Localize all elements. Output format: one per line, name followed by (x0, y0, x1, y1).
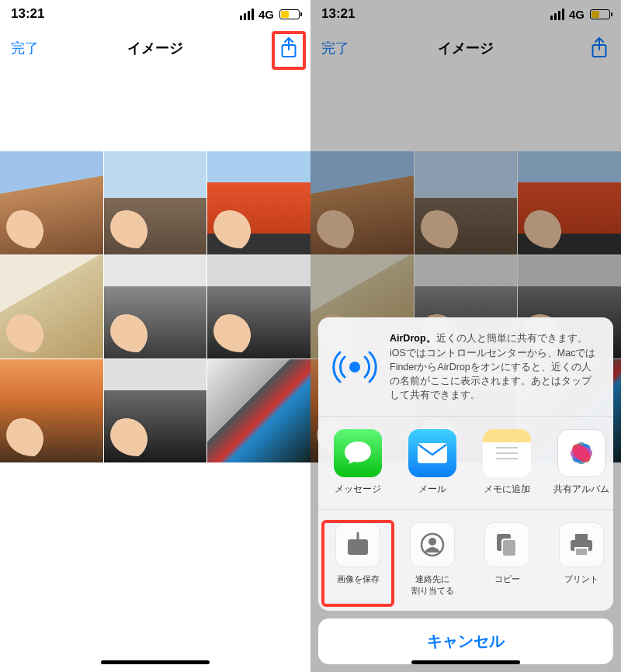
app-label: 共有アルバム (551, 483, 612, 495)
battery-icon (279, 9, 300, 19)
action-print[interactable]: プリント (551, 522, 612, 597)
photo-thumbnail[interactable] (0, 151, 103, 255)
network-label: 4G (258, 8, 274, 21)
notes-icon (483, 429, 531, 477)
share-app-mail[interactable]: メール (402, 429, 463, 495)
home-indicator[interactable] (411, 660, 520, 664)
signal-bars-icon (240, 9, 254, 20)
share-app-notes[interactable]: メモに追加 (477, 429, 537, 495)
status-time: 13:21 (11, 6, 44, 22)
airdrop-icon (331, 343, 379, 391)
messages-icon (334, 429, 382, 477)
airdrop-title: AirDrop。 (390, 333, 436, 344)
copy-icon (484, 522, 529, 567)
done-button[interactable]: 完了 (11, 39, 39, 57)
svg-point-2 (349, 362, 360, 372)
photo-thumbnail[interactable] (104, 255, 207, 359)
action-label: 連絡先に 割り当てる (402, 573, 463, 597)
app-label: メッセージ (328, 483, 388, 495)
photo-grid (0, 151, 310, 462)
photo-thumbnail[interactable] (0, 255, 103, 359)
airdrop-description: AirDrop。近くの人と簡単に共有できます。iOSではコントロールセンターから… (390, 331, 601, 402)
mail-icon (408, 429, 456, 477)
action-label: コピー (477, 573, 537, 585)
page-title: イメージ (0, 39, 310, 57)
home-indicator[interactable] (101, 660, 210, 664)
photos-icon (557, 429, 605, 477)
nav-bar: 完了 イメージ (0, 28, 310, 68)
photo-thumbnail[interactable] (207, 359, 310, 462)
phone-left: 13:21 4G 完了 イメージ (0, 0, 310, 672)
photo-thumbnail[interactable] (104, 359, 207, 462)
action-copy[interactable]: コピー (477, 522, 537, 597)
app-label: メモに追加 (477, 483, 537, 495)
photo-thumbnail[interactable] (207, 151, 310, 255)
photo-thumbnail[interactable] (207, 255, 310, 359)
assign-contact-icon (410, 522, 455, 567)
action-label: プリント (551, 573, 612, 585)
action-assign-contact[interactable]: 連絡先に 割り当てる (402, 522, 463, 597)
status-bar: 13:21 4G (0, 0, 310, 28)
svg-rect-20 (575, 534, 588, 540)
app-label: メール (402, 483, 463, 495)
cancel-button[interactable]: キャンセル (318, 618, 613, 664)
share-app-shared-album[interactable]: 共有アルバム (551, 429, 612, 495)
share-app-messages[interactable]: メッセージ (328, 429, 388, 495)
photo-thumbnail[interactable] (104, 151, 207, 255)
photo-thumbnail[interactable] (0, 359, 103, 462)
print-icon (559, 522, 604, 567)
svg-rect-19 (502, 539, 516, 556)
annotation-highlight-share (272, 31, 306, 70)
share-sheet: AirDrop。近くの人と簡単に共有できます。iOSではコントロールセンターから… (318, 317, 613, 664)
share-apps-row[interactable]: メッセージ メール メモに追加 (318, 417, 613, 509)
annotation-highlight-save-image (321, 520, 394, 607)
status-right: 4G (240, 8, 300, 21)
svg-point-17 (428, 538, 436, 546)
airdrop-row[interactable]: AirDrop。近くの人と簡単に共有できます。iOSではコントロールセンターから… (318, 317, 613, 417)
svg-rect-22 (575, 548, 588, 556)
phone-right: 13:21 4G 完了 イメージ (310, 0, 621, 672)
